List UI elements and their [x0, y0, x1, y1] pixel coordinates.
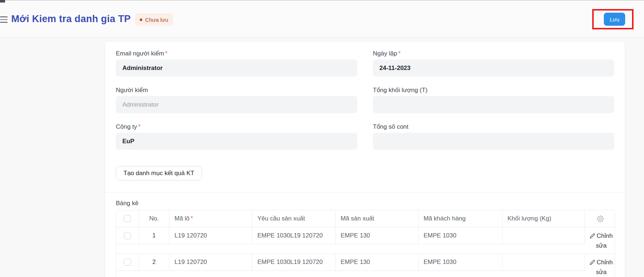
select-all-checkbox[interactable]: [124, 215, 131, 222]
gear-icon[interactable]: [585, 210, 615, 227]
field-ngay-lap: Ngày lập* 24-11-2023: [373, 50, 614, 77]
ma-khach-hang-cell[interactable]: EMPE 1030: [418, 254, 502, 271]
page-title: Mới Kiem tra danh gia TP: [11, 13, 131, 25]
column-header-khoi-luong: Khối lượng (Kg): [502, 210, 585, 227]
row-checkbox[interactable]: [124, 259, 131, 266]
column-header-yeu-cau-san-xuat: Yêu cầu sản xuất: [252, 210, 336, 227]
column-header-ma-khach-hang: Mã khách hàng: [418, 210, 502, 227]
select-all-cell: [116, 210, 139, 227]
field-label: Tổng số cont: [373, 123, 614, 131]
khoi-luong-cell[interactable]: [502, 227, 585, 244]
table-row: 2 L19 120720 EMPE 1030L19 120720 EMPE 13…: [116, 253, 615, 277]
column-settings-cell: [585, 210, 615, 227]
ma-san-xuat-cell[interactable]: EMPE 130: [336, 227, 418, 244]
form-card: Email người kiểm* Administrator Người ki…: [105, 41, 625, 277]
ma-san-xuat-cell[interactable]: EMPE 130: [336, 254, 418, 271]
yeu-cau-san-xuat-cell[interactable]: EMPE 1030L19 120720: [252, 254, 336, 271]
table-body: 1 L19 120720 EMPE 1030L19 120720 EMPE 13…: [116, 227, 615, 277]
row-number-cell: 1: [139, 227, 169, 244]
status-dot-icon: [140, 18, 142, 21]
status-badge: Chưa lưu: [135, 13, 173, 26]
required-asterisk: *: [165, 50, 168, 57]
required-asterisk: *: [398, 50, 401, 57]
required-asterisk: *: [191, 215, 193, 222]
table-row: 1 L19 120720 EMPE 1030L19 120720 EMPE 13…: [116, 227, 615, 253]
ma-khach-hang-cell[interactable]: EMPE 1030: [418, 227, 502, 244]
row-select-cell: [116, 227, 139, 244]
khoi-luong-cell[interactable]: [502, 254, 585, 271]
field-email-nguoi-kiem: Email người kiểm* Administrator: [116, 50, 357, 77]
column-header-ma-san-xuat: Mã sản xuất: [336, 210, 418, 227]
field-cong-ty: Công ty* EuP: [116, 123, 357, 150]
bang-ke-table: No. Mã lô* Yêu cầu sản xuất Mã sản xuất …: [116, 210, 615, 277]
column-header-ma-lo: Mã lô*: [169, 210, 252, 227]
pencil-icon: [590, 260, 595, 265]
row-checkbox[interactable]: [124, 232, 131, 239]
ma-lo-cell[interactable]: L19 120720: [169, 227, 252, 244]
yeu-cau-san-xuat-cell[interactable]: EMPE 1030L19 120720: [252, 227, 336, 244]
row-number-cell: 2: [139, 254, 169, 271]
ngay-lap-input[interactable]: 24-11-2023: [373, 59, 614, 77]
form-column-left: Email người kiểm* Administrator Người ki…: [116, 50, 357, 181]
field-tong-khoi-luong: Tổng khối lượng (T): [373, 86, 614, 113]
edit-row-button[interactable]: Chỉnh sửa: [585, 227, 615, 251]
ma-lo-cell[interactable]: L19 120720: [169, 254, 252, 271]
edit-cell: Chỉnh sửa: [585, 227, 615, 244]
window-corner-fragment: [0, 0, 5, 3]
tong-so-cont-input[interactable]: [373, 133, 614, 150]
table-header-row: No. Mã lô* Yêu cầu sản xuất Mã sản xuất …: [116, 210, 615, 227]
pencil-icon: [590, 233, 595, 239]
edit-row-button[interactable]: Chỉnh sửa: [585, 254, 615, 277]
form-grid: Email người kiểm* Administrator Người ki…: [116, 50, 614, 181]
field-label: Tổng khối lượng (T): [373, 86, 614, 94]
row-select-cell: [116, 254, 139, 271]
field-tong-so-cont: Tổng số cont: [373, 123, 614, 150]
nguoi-kiem-input[interactable]: Administrator: [116, 96, 357, 113]
email-nguoi-kiem-input[interactable]: Administrator: [116, 59, 357, 77]
field-nguoi-kiem: Người kiểm Administrator: [116, 86, 357, 113]
field-label: Công ty*: [116, 123, 357, 131]
table-section-label: Bảng kê: [116, 200, 614, 207]
create-checklist-button[interactable]: Tạo danh mục kết quả KT: [116, 166, 202, 181]
tong-khoi-luong-input[interactable]: [373, 96, 614, 113]
edit-cell: Chỉnh sửa: [585, 254, 615, 271]
cong-ty-input[interactable]: EuP: [116, 133, 357, 150]
field-label: Ngày lập*: [373, 50, 614, 58]
column-header-no: No.: [139, 210, 169, 227]
save-button[interactable]: Lưu: [604, 13, 625, 26]
window-top-edge: [0, 0, 644, 1]
app-header: Mới Kiem tra danh gia TP Chưa lưu Lưu: [0, 1, 644, 38]
section-divider: [105, 192, 625, 193]
field-label: Người kiểm: [116, 86, 357, 94]
menu-icon[interactable]: [0, 16, 8, 23]
field-label: Email người kiểm*: [116, 50, 357, 58]
form-column-right: Ngày lập* 24-11-2023 Tổng khối lượng (T)…: [373, 50, 614, 181]
status-badge-label: Chưa lưu: [145, 17, 168, 23]
required-asterisk: *: [138, 123, 141, 130]
